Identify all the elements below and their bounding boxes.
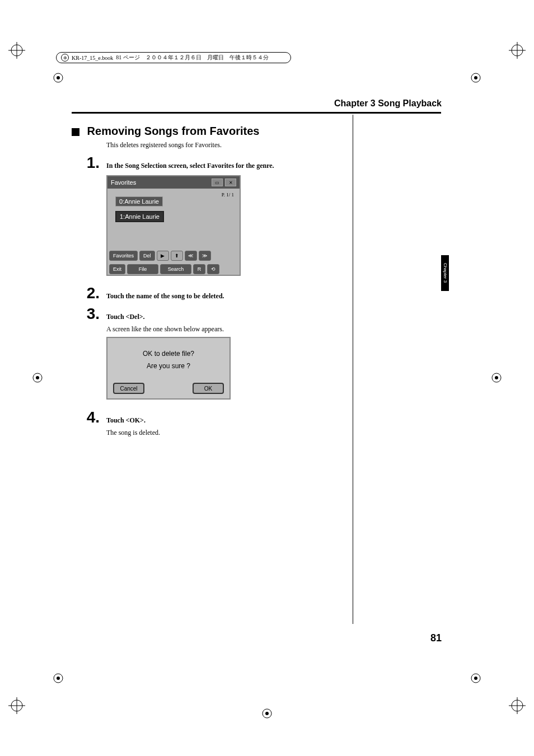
step-4: 4. Touch <OK>. bbox=[84, 408, 146, 426]
chapter-side-tab: Chapter 3 bbox=[441, 255, 449, 291]
screen-body: P. 1/ 1 0:Annie Laurie 1:Annie Laurie bbox=[107, 189, 240, 249]
step-text: In the Song Selection screen, select Fav… bbox=[106, 162, 274, 170]
crop-mark-icon bbox=[8, 697, 25, 714]
step-1: 1. In the Song Selection screen, select … bbox=[84, 154, 274, 172]
section-intro: This deletes registered songs for Favori… bbox=[106, 141, 222, 149]
registration-mark-icon bbox=[490, 371, 503, 384]
screen-title: Favorites bbox=[111, 179, 136, 186]
crop-mark-icon bbox=[8, 42, 25, 59]
document-header: ⊕ KR-17_15_e.book 81 ページ ２００４年１２月６日 月曜日 … bbox=[56, 52, 291, 63]
registration-mark-icon bbox=[31, 371, 44, 384]
crop-mark-icon bbox=[509, 42, 526, 59]
svg-point-17 bbox=[57, 76, 60, 79]
svg-point-15 bbox=[495, 376, 498, 379]
step-number: 2. bbox=[84, 284, 100, 302]
play-icon[interactable]: ▶ bbox=[157, 251, 169, 261]
repeat-icon[interactable]: ⟲ bbox=[207, 264, 219, 274]
step-3: 3. Touch <Del>. bbox=[84, 305, 145, 323]
registration-mark-icon bbox=[51, 672, 65, 685]
song-list-item-selected[interactable]: 1:Annie Laurie bbox=[115, 211, 164, 222]
prev-icon[interactable]: ≪ bbox=[185, 251, 197, 261]
step-subtext: A screen like the one shown below appear… bbox=[106, 325, 224, 334]
exit-button[interactable]: Exit bbox=[109, 264, 125, 274]
svg-point-19 bbox=[474, 76, 477, 79]
svg-point-13 bbox=[36, 376, 39, 379]
page-indicator: P. 1/ 1 bbox=[222, 192, 234, 198]
favorites-screen: Favorites ▭ ✕ P. 1/ 1 0:Annie Laurie 1:A… bbox=[106, 175, 241, 276]
cancel-button[interactable]: Cancel bbox=[113, 383, 144, 394]
bullet-square-icon bbox=[72, 128, 79, 136]
dialog-line2: Are you sure ? bbox=[143, 360, 194, 373]
registration-mark-icon bbox=[260, 707, 274, 720]
screen-toolbar-row2: Exit File Search R ⟲ bbox=[107, 262, 240, 276]
step-text: Touch <Del>. bbox=[106, 313, 145, 321]
screen-titlebar: Favorites ▭ ✕ bbox=[107, 176, 240, 189]
section-heading: Removing Songs from Favorites bbox=[72, 125, 259, 138]
horizontal-rule bbox=[72, 112, 441, 114]
screen-toolbar-row1: Favorites Del ▶ ⬆ ≪ ≫ bbox=[107, 249, 240, 262]
step-text: Touch <OK>. bbox=[106, 416, 146, 425]
step-2: 2. Touch the name of the song to be dele… bbox=[84, 284, 224, 302]
binder-icon: ⊕ bbox=[61, 54, 69, 62]
crop-mark-icon bbox=[509, 697, 526, 714]
confirm-dialog: OK to delete file? Are you sure ? Cancel… bbox=[106, 337, 231, 400]
registration-mark-icon bbox=[469, 672, 483, 685]
record-icon[interactable]: R bbox=[193, 264, 205, 274]
svg-point-23 bbox=[474, 677, 477, 680]
registration-mark-icon bbox=[51, 71, 65, 84]
step-number: 1. bbox=[84, 154, 100, 172]
chapter-title: Chapter 3 Song Playback bbox=[334, 98, 442, 109]
section-heading-text: Removing Songs from Favorites bbox=[87, 125, 260, 137]
step-text: Touch the name of the song to be deleted… bbox=[106, 292, 224, 300]
dialog-buttons: Cancel OK bbox=[113, 383, 224, 394]
next-icon[interactable]: ≫ bbox=[199, 251, 211, 261]
vertical-divider bbox=[353, 115, 353, 624]
titlebar-icon[interactable]: ▭ bbox=[212, 179, 223, 186]
step-number: 4. bbox=[84, 408, 100, 426]
file-button[interactable]: File bbox=[127, 264, 158, 274]
page-number: 81 bbox=[430, 632, 442, 644]
up-icon[interactable]: ⬆ bbox=[171, 251, 183, 261]
svg-point-25 bbox=[265, 712, 269, 715]
favorites-button[interactable]: Favorites bbox=[109, 251, 138, 261]
header-filename: KR-17_15_e.book bbox=[72, 55, 113, 61]
search-button[interactable]: Search bbox=[160, 264, 191, 274]
svg-point-21 bbox=[57, 677, 60, 680]
header-page-info: 81 ページ ２００４年１２月６日 月曜日 午後１時５４分 bbox=[116, 54, 269, 62]
ok-button[interactable]: OK bbox=[193, 383, 224, 394]
registration-mark-icon bbox=[469, 71, 483, 84]
dialog-line1: OK to delete file? bbox=[143, 348, 194, 360]
song-list-item[interactable]: 0:Annie Laurie bbox=[115, 196, 163, 206]
step-subtext: The song is deleted. bbox=[106, 429, 160, 437]
step-number: 3. bbox=[84, 305, 100, 323]
dialog-message: OK to delete file? Are you sure ? bbox=[143, 348, 194, 372]
close-icon[interactable]: ✕ bbox=[225, 179, 236, 186]
del-button[interactable]: Del bbox=[139, 251, 155, 261]
